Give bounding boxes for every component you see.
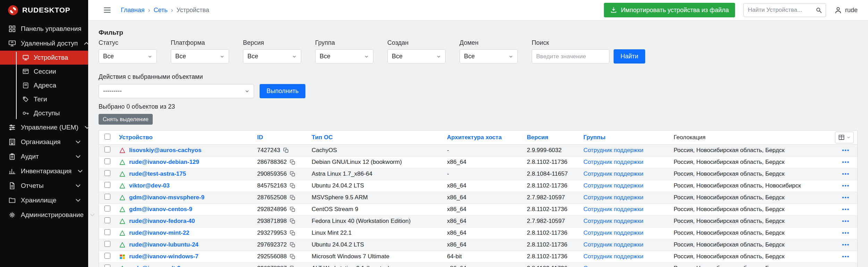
row-checkbox[interactable] (104, 170, 110, 176)
row-checkbox[interactable] (104, 253, 110, 259)
column-header[interactable]: Устройство (119, 134, 153, 141)
row-actions-button[interactable]: ••• (842, 194, 850, 200)
breadcrumb-item[interactable]: Сеть (154, 7, 168, 14)
row-actions-button[interactable]: ••• (842, 159, 850, 165)
group-link[interactable]: Сотрудник поддержки (583, 265, 643, 267)
group-link[interactable]: Сотрудник поддержки (583, 182, 643, 189)
row-actions-button[interactable]: ••• (842, 147, 850, 153)
group-link[interactable]: Сотрудник поддержки (583, 230, 643, 236)
group-link[interactable]: Сотрудник поддержки (583, 253, 643, 260)
sidebar-item-dashboard[interactable]: Панель управления (0, 22, 88, 36)
device-link[interactable]: rude@ivanov-windows-7 (129, 253, 199, 260)
device-link[interactable]: gdm@ivanov-centos-9 (129, 206, 192, 213)
copy-id-icon[interactable] (290, 195, 295, 200)
group-link[interactable]: Сотрудник поддержки (583, 147, 643, 153)
sidebar-item-inventory[interactable]: Инвентаризация (0, 164, 88, 178)
column-header[interactable]: ID (257, 134, 263, 141)
user-menu[interactable]: rude (834, 6, 858, 14)
select-all-checkbox[interactable] (104, 134, 110, 140)
row-checkbox[interactable] (104, 206, 110, 211)
copy-id-icon[interactable] (283, 148, 289, 153)
sidebar-item-audit[interactable]: Аудит (0, 149, 88, 164)
row-checkbox[interactable] (104, 229, 110, 235)
bulk-action-select[interactable]: --------- (99, 84, 254, 98)
row-checkbox[interactable] (104, 147, 110, 152)
sidebar-item-remote-access[interactable]: Удаленный доступ (0, 36, 88, 51)
column-settings-button[interactable] (835, 132, 854, 143)
copy-id-icon[interactable] (290, 207, 295, 212)
column-header[interactable]: Версия (527, 134, 548, 141)
row-checkbox[interactable] (104, 182, 110, 188)
copy-id-icon[interactable] (290, 242, 295, 248)
group-link[interactable]: Сотрудник поддержки (583, 159, 643, 165)
clear-selection-button[interactable]: Снять выделение (99, 114, 153, 125)
copy-id-icon[interactable] (290, 171, 295, 177)
logo[interactable]: RUDESKTOP (0, 0, 88, 20)
row-checkbox[interactable] (104, 158, 110, 164)
sidebar-item-tags[interactable]: Теги (0, 92, 88, 106)
sidebar-item-storage[interactable]: Хранилище (0, 193, 88, 208)
row-checkbox[interactable] (104, 265, 110, 267)
execute-button[interactable]: Выполнить (260, 84, 305, 98)
sidebar-item-access[interactable]: Доступы (0, 106, 88, 120)
row-actions-button[interactable]: ••• (842, 265, 850, 267)
device-link[interactable]: gdm@ivanov-msvsphere-9 (129, 194, 204, 201)
row-actions-button[interactable]: ••• (842, 242, 850, 248)
copy-id-icon[interactable] (290, 159, 295, 165)
row-actions-button[interactable]: ••• (842, 230, 850, 236)
filter-submit-button[interactable]: Найти (614, 49, 645, 64)
row-checkbox[interactable] (104, 241, 110, 247)
group-link[interactable]: Сотрудник поддержки (583, 206, 643, 212)
device-link[interactable]: rude@ivanov-debian-129 (129, 159, 199, 166)
filter-label: Статус (99, 39, 157, 47)
group-link[interactable]: Сотрудник поддержки (583, 170, 643, 177)
sidebar-item-uem[interactable]: Управление (UEM) (0, 120, 88, 135)
copy-id-icon[interactable] (290, 183, 295, 189)
menu-toggle-icon[interactable] (103, 6, 112, 15)
filter-select-1[interactable]: Все (171, 49, 229, 64)
copy-id-icon[interactable] (290, 254, 295, 259)
device-link[interactable]: rude@ivanov-alt-9 (129, 265, 180, 267)
breadcrumb-item[interactable]: Главная (121, 7, 145, 14)
copy-id-icon[interactable] (290, 266, 295, 267)
filter-select-3[interactable]: Все (315, 49, 373, 64)
row-checkbox[interactable] (104, 217, 110, 223)
group-link[interactable]: Сотрудник поддержки (583, 241, 643, 248)
row-checkbox[interactable] (104, 194, 110, 200)
device-link[interactable]: rude@test-astra-175 (129, 170, 186, 177)
device-link[interactable]: rude@ivanov-mint-22 (129, 230, 189, 236)
device-link[interactable]: viktor@dev-03 (129, 182, 170, 189)
audit-icon (8, 153, 16, 160)
device-link[interactable]: rude@ivanov-lubuntu-24 (129, 241, 199, 248)
sidebar-item-organization[interactable]: Организация (0, 135, 88, 149)
sidebar-item-sessions[interactable]: Сессии (0, 65, 88, 78)
column-header[interactable]: Тип ОС (312, 134, 333, 141)
filter-select-5[interactable]: Все (460, 49, 518, 64)
row-actions-button[interactable]: ••• (842, 171, 850, 177)
filter-select-2[interactable]: Все (243, 49, 301, 64)
import-devices-button[interactable]: Импортировать устройства из файла (604, 3, 735, 17)
group-link[interactable]: Сотрудник поддержки (583, 194, 643, 201)
filter-search-input[interactable] (532, 49, 609, 64)
device-link[interactable]: lisovskiy@auros-cachyos (129, 147, 201, 154)
sidebar-item-devices[interactable]: Устройства (0, 51, 88, 65)
sidebar-item-addresses[interactable]: Адреса (0, 78, 88, 92)
device-link[interactable]: rude@ivanov-fedora-40 (129, 218, 195, 225)
column-header[interactable]: Архитектура хоста (447, 134, 502, 141)
filter-select-4[interactable]: Все (387, 49, 446, 64)
sidebar-item-admin[interactable]: Администрирование (0, 208, 88, 222)
chevron-down-icon (846, 135, 851, 140)
search-icon[interactable] (815, 7, 822, 14)
global-search-input[interactable] (743, 3, 826, 17)
copy-id-icon[interactable] (290, 230, 295, 236)
row-actions-button[interactable]: ••• (842, 183, 850, 189)
sidebar-item-reports[interactable]: Отчеты (0, 178, 88, 193)
copy-id-icon[interactable] (290, 218, 295, 224)
filter-select-0[interactable]: Все (99, 49, 157, 64)
row-actions-button[interactable]: ••• (842, 253, 850, 259)
filter-label: Группа (315, 39, 373, 47)
row-actions-button[interactable]: ••• (842, 218, 850, 224)
column-header[interactable]: Группы (583, 134, 606, 141)
row-actions-button[interactable]: ••• (842, 206, 850, 212)
group-link[interactable]: Сотрудник поддержки (583, 218, 643, 224)
